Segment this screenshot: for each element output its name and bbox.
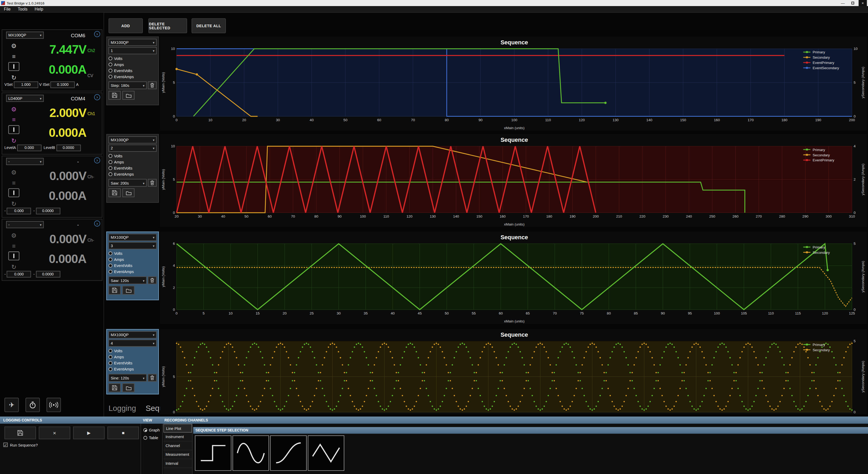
- save-step-button[interactable]: [108, 188, 121, 197]
- field1-input[interactable]: [14, 81, 38, 88]
- card-model-select[interactable]: MX100QP▾: [108, 331, 156, 338]
- card-waveform-select[interactable]: Step: 180s▾: [108, 81, 147, 89]
- card-step-select[interactable]: 4▾: [108, 339, 156, 347]
- sequence-card[interactable]: MX100QP▾2▾VoltsAmpsEventVoltsEventAmpsSa…: [106, 134, 159, 203]
- card-option-eventamps[interactable]: EventAmps: [108, 366, 156, 372]
- probe-tool-button[interactable]: ✈: [4, 398, 19, 412]
- card-model-select[interactable]: MX100QP▾: [108, 39, 156, 46]
- card-option-volts[interactable]: Volts: [108, 250, 156, 257]
- triangle-waveform-button[interactable]: [308, 436, 344, 471]
- log-stop-button[interactable]: ■: [107, 426, 139, 439]
- card-step-select[interactable]: 3▾: [108, 242, 156, 249]
- sequence-chart[interactable]: 0505yMain (Volts)ySecondary (Amps)Primar…: [160, 329, 867, 414]
- instrument-expander-button[interactable]: ›: [94, 220, 100, 227]
- run-sequence-checkbox[interactable]: ✓: [3, 443, 8, 447]
- save-icon: [112, 190, 118, 196]
- field1-label: -: [4, 209, 6, 213]
- add-button[interactable]: ADD: [108, 18, 143, 33]
- field2-input[interactable]: [36, 271, 60, 277]
- instrument-model-select[interactable]: -▾: [6, 221, 44, 228]
- delete-step-button[interactable]: [148, 276, 157, 284]
- sequence-card[interactable]: MX100QP▾1▾VoltsAmpsEventVoltsEventAmpsSt…: [106, 36, 159, 105]
- instrument-model-select[interactable]: MX100QP▾: [6, 32, 44, 39]
- broadcast-tool-button[interactable]: [46, 398, 61, 412]
- card-option-amps[interactable]: Amps: [108, 257, 156, 263]
- view-option-table[interactable]: Table: [143, 435, 160, 441]
- card-option-eventamps[interactable]: EventAmps: [108, 269, 156, 275]
- menu-help[interactable]: Help: [35, 7, 43, 11]
- card-option-volts[interactable]: Volts: [108, 348, 156, 354]
- card-step-select[interactable]: 1▾: [108, 47, 156, 54]
- sequence-chart[interactable]: 2030405060708090100110120130140150160170…: [160, 134, 867, 227]
- instrument-expander-button[interactable]: ›: [94, 31, 100, 37]
- save-step-button[interactable]: [108, 91, 121, 100]
- recording-item-channel[interactable]: Channel: [163, 442, 192, 450]
- tab-logging[interactable]: Logging: [108, 404, 136, 413]
- instrument-model-select[interactable]: -▾: [6, 158, 44, 165]
- instrument-model-select[interactable]: LD400P▾: [6, 95, 44, 102]
- instrument-expander-button[interactable]: ›: [94, 157, 100, 164]
- svg-text:170: 170: [523, 214, 529, 218]
- save-step-button[interactable]: [108, 383, 121, 392]
- card-option-eventvolts[interactable]: EventVolts: [108, 263, 156, 269]
- sequence-chart[interactable]: 0102030405060708090100110120130140150160…: [160, 36, 867, 131]
- log-play-button[interactable]: ▶: [73, 426, 105, 439]
- delete-step-button[interactable]: [148, 374, 157, 382]
- field1-input[interactable]: [7, 208, 31, 214]
- sequence-card[interactable]: MX100QP▾3▾VoltsAmpsEventVoltsEventAmpsSa…: [106, 232, 159, 300]
- card-option-amps[interactable]: Amps: [108, 354, 156, 360]
- menu-tools[interactable]: Tools: [18, 7, 27, 11]
- card-model-select[interactable]: MX100QP▾: [108, 234, 156, 241]
- timer-tool-button[interactable]: [25, 398, 40, 412]
- recording-item-interval[interactable]: Interval: [163, 459, 192, 468]
- load-step-button[interactable]: [122, 188, 134, 197]
- card-waveform-select[interactable]: Sine: 120s▾: [108, 374, 147, 382]
- log-cancel-button[interactable]: ×: [39, 426, 70, 439]
- load-step-button[interactable]: [122, 286, 134, 295]
- run-sequence-row[interactable]: ✓ Run Sequence?: [3, 443, 38, 447]
- delete-step-button[interactable]: [148, 179, 157, 187]
- card-option-eventvolts[interactable]: EventVolts: [108, 360, 156, 366]
- delete-all-button[interactable]: DELETE ALL: [192, 18, 226, 33]
- card-step-select[interactable]: 2▾: [108, 144, 156, 152]
- sine-waveform-button[interactable]: [232, 436, 269, 471]
- card-waveform-select[interactable]: Saw: 200s▾: [108, 179, 147, 187]
- delete-step-button[interactable]: [148, 81, 157, 89]
- field1-input[interactable]: [17, 144, 41, 151]
- card-option-eventamps[interactable]: EventAmps: [108, 74, 156, 80]
- field2-input[interactable]: [56, 144, 81, 151]
- close-button[interactable]: ×: [859, 0, 867, 6]
- card-option-volts[interactable]: Volts: [108, 55, 156, 62]
- card-option-eventvolts[interactable]: EventVolts: [108, 165, 156, 171]
- card-option-eventamps[interactable]: EventAmps: [108, 171, 156, 177]
- card-option-amps[interactable]: Amps: [108, 159, 156, 165]
- card-waveform-label: Saw: 120s: [111, 278, 129, 282]
- svg-text:210: 210: [616, 214, 622, 218]
- log-save-button[interactable]: [4, 426, 36, 439]
- card-model-select[interactable]: MX100QP▾: [108, 136, 156, 143]
- save-step-button[interactable]: [108, 286, 121, 295]
- step-waveform-button[interactable]: [195, 436, 231, 471]
- card-option-volts[interactable]: Volts: [108, 153, 156, 159]
- sequence-card[interactable]: MX100QP▾4▾VoltsAmpsEventVoltsEventAmpsSi…: [106, 329, 159, 394]
- card-option-eventvolts[interactable]: EventVolts: [108, 68, 156, 74]
- instrument-expander-button[interactable]: ›: [94, 94, 100, 100]
- recording-item-line-plot[interactable]: Line Plot: [163, 424, 192, 433]
- maximize-button[interactable]: [849, 0, 857, 6]
- recording-item-instrument[interactable]: Instrument: [163, 433, 192, 442]
- menu-file[interactable]: File: [4, 7, 10, 11]
- load-step-button[interactable]: [122, 383, 134, 392]
- recording-item-measurement[interactable]: Measurement: [163, 450, 192, 459]
- sequence-chart[interactable]: 0510152025303540455055606570758085909510…: [160, 232, 867, 324]
- field2-input[interactable]: [51, 81, 75, 88]
- field1-input[interactable]: [7, 271, 31, 277]
- field2-input[interactable]: [36, 208, 60, 214]
- view-option-graph[interactable]: Graph: [143, 427, 160, 433]
- ramp-waveform-button[interactable]: [270, 436, 307, 471]
- chevron-down-icon: ▾: [40, 96, 41, 100]
- load-step-button[interactable]: [122, 91, 134, 100]
- minimize-button[interactable]: —: [839, 0, 847, 6]
- delete-selected-button[interactable]: DELETE SELECTED: [148, 18, 187, 33]
- card-option-amps[interactable]: Amps: [108, 62, 156, 68]
- card-waveform-select[interactable]: Saw: 120s▾: [108, 276, 147, 284]
